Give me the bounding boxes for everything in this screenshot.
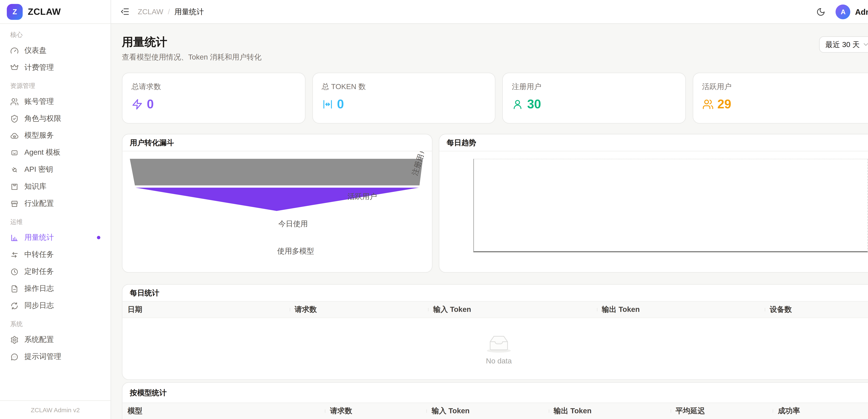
user-icon [512,99,523,110]
sidebar-item-relay-tasks[interactable]: 中转任务 [6,246,105,263]
column-header-input-token: 输入 Token [428,304,597,315]
sidebar-item-label: 用量统计 [24,233,54,243]
sidebar: Z ZCLAW 核心 仪表盘 计费管理 资源管理 [0,0,111,419]
sidebar-item-label: API 密钥 [24,164,53,175]
main-content: 用量统计 查看模型使用情况、Token 消耗和用户转化 最近 30 天 总请求数… [111,24,868,419]
topbar-right: A Admin [816,4,868,19]
moon-icon[interactable] [816,7,826,16]
trend-plot-area [473,159,868,252]
sidebar-item-system-config[interactable]: 系统配置 [6,331,105,348]
user-name[interactable]: Admin [855,7,868,16]
column-header-model: 模型 [122,406,325,416]
funnel-card: 用户转化漏斗 注册用户 活跃用户 今日使用 使用多模型 [122,134,432,273]
brand-name: ZCLAW [28,7,61,17]
column-header-success-rate: 成功率 [773,406,868,416]
users-icon [702,99,713,110]
empty-state: No data [122,318,868,380]
sidebar-item-model-services[interactable]: 模型服务 [6,127,105,144]
funnel-canvas: 注册用户 活跃用户 今日使用 使用多模型 [130,151,424,273]
sidebar-item-label: 账号管理 [24,96,54,107]
sidebar-item-label: Agent 模板 [24,147,60,158]
column-header-avg-latency: 平均延迟 [671,406,773,416]
stat-card-total-tokens: 总 TOKEN 数 0 [312,72,495,124]
zap-icon [132,99,143,110]
cloud-server-icon [10,131,19,140]
daily-stats-card: 每日统计 日期 请求数 输入 Token 输出 Token 设备数 No dat… [122,284,868,380]
breadcrumb-root[interactable]: ZCLAW [138,7,163,16]
sidebar-item-label: 模型服务 [24,130,54,141]
sidebar-item-label: 操作日志 [24,283,54,294]
sidebar-item-label: 同步日志 [24,301,54,311]
sidebar-item-billing[interactable]: 计费管理 [6,59,105,76]
funnel-label-today: 今日使用 [278,219,308,229]
nav-section-core: 核心 [10,31,100,39]
stat-value: 0 [337,97,344,112]
sidebar-nav: 核心 仪表盘 计费管理 资源管理 账号管理 [0,24,111,401]
trend-chart[interactable] [439,151,868,273]
model-table-title: 按模型统计 [130,388,167,398]
sidebar-item-label: 系统配置 [24,335,54,345]
stat-label: 注册用户 [512,82,676,92]
sidebar-item-usage-stats[interactable]: 用量统计 [6,229,105,246]
sidebar-item-label: 行业配置 [24,199,54,209]
sidebar-item-roles[interactable]: 角色与权限 [6,110,105,127]
topbar: ZCLAW / 用量统计 A Admin [111,0,868,24]
column-header-date: 日期 [122,304,289,315]
breadcrumb: ZCLAW / 用量统计 [138,7,204,17]
sidebar-collapse-button[interactable] [120,7,130,17]
sync-icon [10,301,19,310]
daily-table-header: 日期 请求数 输入 Token 输出 Token 设备数 [122,301,868,318]
sidebar-item-knowledge-base[interactable]: 知识库 [6,178,105,195]
funnel-chart[interactable]: 注册用户 活跃用户 今日使用 使用多模型 [122,151,432,273]
app-root: Z ZCLAW 核心 仪表盘 计费管理 资源管理 [0,0,868,419]
breadcrumb-separator: / [168,7,170,16]
stat-label: 活跃用户 [702,82,866,92]
sidebar-item-label: 知识库 [24,181,46,192]
nav-section-resources: 资源管理 [10,82,100,90]
plug-icon [10,165,19,174]
charts-row: 用户转化漏斗 注册用户 活跃用户 今日使用 使用多模型 [122,134,868,273]
sidebar-item-accounts[interactable]: 账号管理 [6,93,105,110]
date-range-value: 最近 30 天 [825,39,860,50]
sidebar-item-sync-logs[interactable]: 同步日志 [6,297,105,314]
shield-check-icon [10,114,19,123]
funnel-label-multimodel: 使用多模型 [277,246,314,256]
stat-card-total-requests: 总请求数 0 [122,72,305,124]
stat-value: 30 [527,97,541,112]
stat-card-active-users: 活跃用户 29 [692,72,868,124]
stat-label: 总请求数 [132,82,296,92]
date-range-select[interactable]: 最近 30 天 [819,36,868,53]
brand-logo: Z [7,4,23,20]
sidebar-item-label: 仪表盘 [24,45,46,56]
trend-card: 每日趋势 [439,134,868,273]
nav-section-system: 系统 [10,320,100,328]
funnel-label-active: 活跃用户 [347,192,377,202]
nav-section-ops: 运维 [10,218,100,226]
column-header-devices: 设备数 [765,304,868,315]
bot-icon [10,148,19,157]
sidebar-footer-version: ZCLAW Admin v2 [0,400,111,419]
gauge-icon [10,46,19,55]
sidebar-item-prompt-management[interactable]: 提示词管理 [6,348,105,365]
page-head: 用量统计 查看模型使用情况、Token 消耗和用户转化 最近 30 天 [122,35,868,62]
package-icon [10,182,19,191]
stat-value: 29 [717,97,731,112]
stats-row: 总请求数 0 总 TOKEN 数 0 注册用户 [122,72,868,124]
sidebar-item-scheduled-tasks[interactable]: 定时任务 [6,263,105,280]
gear-icon [10,335,19,344]
sidebar-item-dashboard[interactable]: 仪表盘 [6,42,105,59]
sidebar-item-agent-templates[interactable]: Agent 模板 [6,144,105,161]
stat-label: 总 TOKEN 数 [322,82,486,92]
avatar[interactable]: A [836,4,850,19]
sidebar-item-label: 角色与权限 [24,113,61,124]
sidebar-item-operation-logs[interactable]: 操作日志 [6,280,105,297]
sidebar-item-api-keys[interactable]: API 密钥 [6,161,105,178]
chevron-down-icon [862,41,868,48]
message-dots-icon [10,352,19,361]
breadcrumb-current: 用量统计 [175,7,204,17]
brand[interactable]: Z ZCLAW [0,0,111,24]
column-header-input-token: 输入 Token [427,406,549,416]
model-table-header: 模型 请求数 输入 Token 输出 Token 平均延迟 成功率 [122,402,868,419]
funnel-card-title: 用户转化漏斗 [130,138,174,148]
sidebar-item-industry-config[interactable]: 行业配置 [6,195,105,212]
